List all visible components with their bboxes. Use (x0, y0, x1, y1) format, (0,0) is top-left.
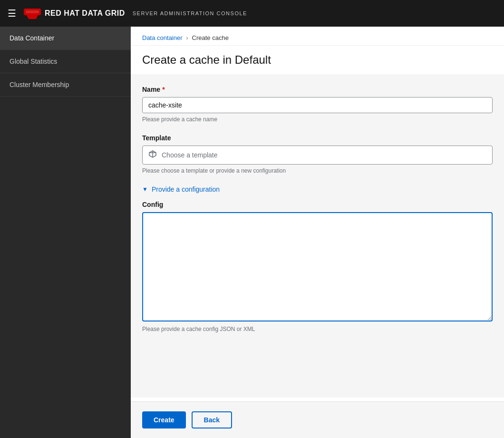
template-label: Template (142, 134, 493, 142)
brand-subtitle: SERVER ADMINISTRATION CONSOLE (133, 10, 247, 16)
required-star: * (162, 86, 165, 93)
svg-marker-1 (27, 15, 38, 19)
breadcrumb-chevron-icon: › (186, 35, 188, 41)
top-nav: ☰ RED HAT DATA GRID SERVER ADMINISTRATIO… (0, 0, 504, 27)
sidebar-item-label: Global Statistics (10, 58, 57, 65)
name-label-text: Name (142, 86, 160, 93)
breadcrumb-current: Create cache (192, 34, 229, 41)
sidebar-item-label: Cluster Membership (10, 81, 69, 88)
template-cube-icon (148, 150, 157, 160)
cache-name-input[interactable] (142, 97, 493, 113)
sidebar-item-data-container[interactable]: Data Container (0, 27, 131, 50)
config-field-group: Config Please provide a cache config JSO… (142, 201, 493, 332)
breadcrumb-link[interactable]: Data container (142, 34, 183, 41)
chevron-down-icon: ▼ (142, 186, 148, 193)
create-button[interactable]: Create (142, 411, 186, 428)
name-helper-text: Please provide a cache name (142, 116, 493, 123)
hamburger-icon[interactable]: ☰ (8, 8, 16, 19)
breadcrumb: Data container › Create cache (131, 27, 504, 46)
template-field-group: Template Choose a template Please choose… (142, 134, 493, 174)
config-toggle-label: Provide a configuration (152, 185, 220, 193)
brand: RED HAT DATA GRID SERVER ADMINISTRATION … (24, 7, 247, 20)
svg-rect-2 (26, 10, 39, 13)
sidebar-item-global-statistics[interactable]: Global Statistics (0, 50, 131, 73)
content-area: Data container › Create cache Create a c… (131, 27, 504, 438)
template-select[interactable]: Choose a template (142, 146, 493, 165)
template-placeholder: Choose a template (162, 151, 218, 159)
button-row: Create Back (131, 401, 504, 438)
name-label: Name * (142, 86, 493, 93)
red-hat-logo-icon (24, 7, 41, 20)
sidebar-item-cluster-membership[interactable]: Cluster Membership (0, 73, 131, 97)
form-container: Name * Please provide a cache name Templ… (131, 74, 504, 398)
main-layout: Data Container Global Statistics Cluster… (0, 27, 504, 438)
sidebar: Data Container Global Statistics Cluster… (0, 27, 131, 438)
config-textarea[interactable] (142, 212, 493, 321)
sidebar-item-label: Data Container (10, 34, 54, 42)
config-helper-text: Please provide a cache config JSON or XM… (142, 326, 493, 332)
name-field-group: Name * Please provide a cache name (142, 86, 493, 123)
page-title: Create a cache in Default (131, 46, 504, 70)
template-label-text: Template (142, 134, 171, 142)
config-label: Config (142, 201, 493, 208)
back-button[interactable]: Back (192, 411, 232, 428)
template-helper-text: Please choose a template or provide a ne… (142, 167, 493, 174)
brand-name: RED HAT DATA GRID (45, 9, 125, 18)
config-toggle[interactable]: ▼ Provide a configuration (142, 185, 493, 193)
